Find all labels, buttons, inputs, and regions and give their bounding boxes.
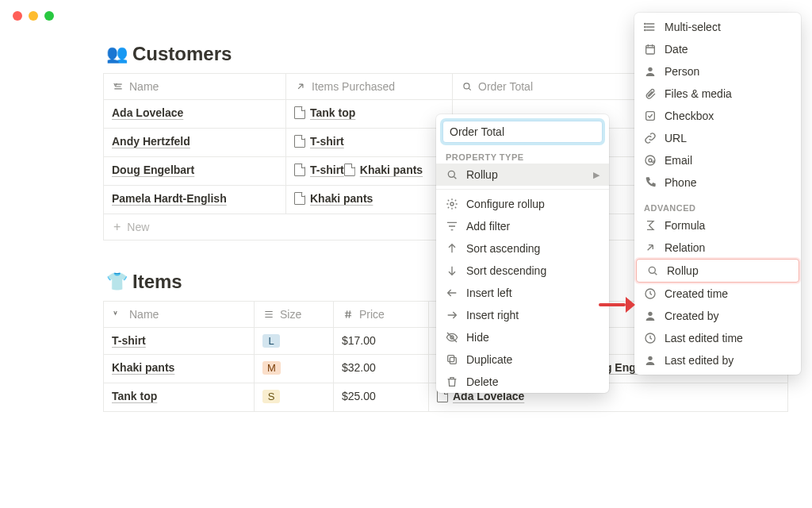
svg-point-0 [464, 83, 469, 89]
chevron-right-icon: ▶ [593, 170, 599, 180]
property-type-selected[interactable]: Rollup ▶ [436, 164, 609, 186]
checkbox-icon [644, 110, 657, 122]
type-option-formula[interactable]: Formula [634, 214, 801, 237]
type-option-relation[interactable]: Relation [634, 237, 801, 259]
phone-icon [644, 176, 657, 189]
delete-property[interactable]: Delete [436, 371, 609, 393]
type-option-rollup[interactable]: Rollup [636, 259, 799, 283]
svg-point-2 [450, 202, 454, 206]
svg-point-16 [648, 312, 652, 316]
arrow-up-icon [446, 242, 458, 255]
svg-point-14 [649, 267, 655, 273]
email-icon [644, 154, 657, 167]
insert-left[interactable]: Insert left [436, 282, 609, 304]
type-option-checkbox[interactable]: Checkbox [634, 105, 801, 127]
svg-rect-4 [450, 357, 456, 364]
relation-icon [644, 241, 657, 254]
duplicate-icon [446, 353, 458, 366]
relation-icon [294, 80, 307, 93]
items-emoji: 👕 [106, 271, 128, 292]
col-header-name[interactable]: Name [104, 74, 286, 100]
type-option-person[interactable]: Person [634, 60, 801, 83]
formula-icon [644, 219, 657, 232]
select-icon [262, 308, 275, 321]
multi-select-icon [644, 21, 657, 33]
last-edited-time-icon [644, 332, 657, 344]
add-filter[interactable]: Add filter [436, 215, 609, 237]
type-option-email[interactable]: Email [634, 149, 801, 171]
created-by-icon [644, 310, 657, 322]
created-time-icon [644, 287, 657, 300]
arrow-right-icon [446, 309, 458, 321]
type-option-url[interactable]: URL [634, 127, 801, 149]
type-option-files[interactable]: Files & media [634, 83, 801, 105]
text-icon [112, 308, 124, 321]
page-icon [294, 192, 305, 205]
svg-point-8 [645, 29, 645, 30]
section-label-advanced: ADVANCED [634, 200, 801, 214]
rollup-search-icon [446, 168, 458, 181]
annotation-arrow [599, 297, 635, 313]
duplicate-property[interactable]: Duplicate [436, 348, 609, 371]
arrow-left-icon [446, 287, 458, 299]
property-menu-popover: Order Total PROPERTY TYPE Rollup ▶ Confi… [436, 114, 609, 393]
items-col-size[interactable]: Size [255, 302, 334, 328]
maximize-window-dot[interactable] [44, 11, 54, 21]
rollup-search-icon [461, 80, 473, 93]
customers-title-text: Customers [132, 43, 232, 65]
type-option-phone[interactable]: Phone [634, 171, 801, 194]
sort-ascending[interactable]: Sort ascending [436, 237, 609, 260]
col-header-items-purchased[interactable]: Items Purchased [286, 74, 453, 100]
close-window-dot[interactable] [13, 11, 22, 21]
last-edited-by-icon [644, 354, 657, 367]
svg-point-7 [645, 26, 645, 27]
property-type-list-popover: Multi-selectDatePersonFiles & mediaCheck… [634, 13, 801, 375]
type-option-date[interactable]: Date [634, 38, 801, 60]
items-title-text: Items [132, 271, 182, 293]
type-option-created-by[interactable]: Created by [634, 305, 801, 327]
date-icon [644, 43, 657, 56]
svg-point-18 [648, 356, 652, 360]
eye-off-icon [446, 331, 458, 344]
configure-rollup[interactable]: Configure rollup [436, 193, 609, 215]
url-icon [644, 132, 657, 144]
type-option-multi-select[interactable]: Multi-select [634, 16, 801, 38]
page-icon [294, 135, 305, 148]
svg-rect-9 [646, 45, 655, 54]
person-icon [644, 65, 657, 78]
page-icon [294, 164, 305, 176]
items-col-name[interactable]: Name [104, 302, 255, 328]
type-option-last-edited-time[interactable]: Last edited time [634, 327, 801, 349]
arrow-down-icon [446, 264, 458, 277]
files-icon [644, 87, 657, 100]
property-name-input[interactable]: Order Total [442, 121, 603, 143]
items-col-price[interactable]: Price [334, 302, 429, 328]
text-icon [112, 80, 124, 93]
svg-point-10 [648, 67, 652, 71]
section-label-property-type: PROPERTY TYPE [436, 149, 609, 164]
page-icon [344, 164, 355, 176]
customers-emoji: 👥 [106, 44, 128, 64]
filter-icon [446, 220, 458, 233]
plus-icon: + [113, 221, 121, 233]
svg-rect-11 [646, 112, 655, 121]
rollup-icon [646, 264, 659, 277]
svg-point-1 [448, 171, 454, 177]
window-traffic-lights [13, 11, 54, 21]
hide-property[interactable]: Hide [436, 326, 609, 348]
gear-icon [446, 198, 458, 210]
insert-right[interactable]: Insert right [436, 304, 609, 326]
trash-icon [446, 375, 458, 388]
svg-rect-5 [448, 356, 454, 362]
type-option-last-edited-by[interactable]: Last edited by [634, 349, 801, 371]
page-icon [294, 106, 305, 119]
svg-point-6 [645, 23, 645, 24]
sort-descending[interactable]: Sort descending [436, 260, 609, 282]
type-option-created-time[interactable]: Created time [634, 283, 801, 305]
minimize-window-dot[interactable] [29, 11, 38, 21]
number-icon [342, 308, 354, 321]
